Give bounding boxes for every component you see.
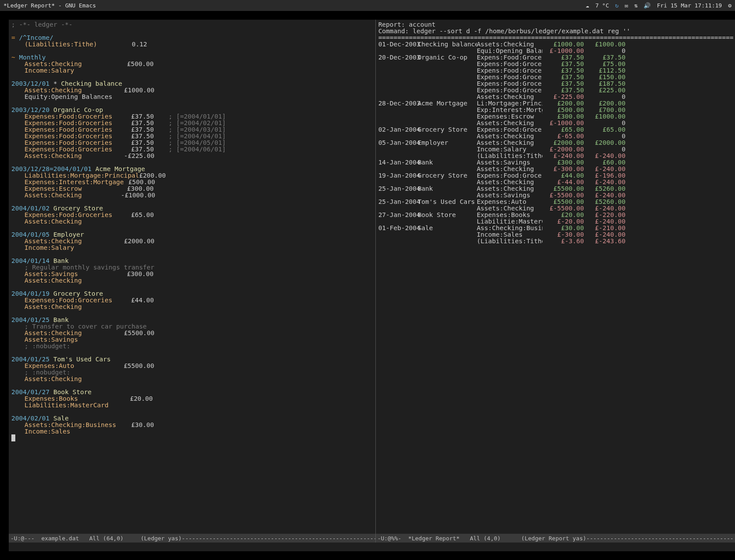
- reg-amount: £37.50: [542, 54, 584, 61]
- posting-line: Expenses:Interest:Mortgage£500.00: [11, 179, 373, 186]
- reg-amount: £-1000.00: [542, 120, 584, 126]
- transaction-payee: Sale: [53, 415, 69, 422]
- reg-account: Assets:Checking: [477, 166, 542, 172]
- posting-line: Assets:Checking: [11, 304, 373, 310]
- reg-account: (Liabilities:Tithe): [477, 238, 542, 245]
- posting-note: ; [=2004/04/01]: [154, 133, 226, 140]
- reg-balance: £5260.00: [584, 186, 626, 192]
- posting-account: Assets:Checking: [24, 61, 82, 67]
- ledger-source-buffer[interactable]: ; -*- ledger -*- = /^Income/(Liabilities…: [9, 20, 375, 534]
- reg-date: 25-Jan-2004: [378, 186, 418, 192]
- reg-balance: £-240.00: [584, 192, 626, 199]
- reg-payee: Checking balance: [418, 41, 477, 48]
- modeline-right: -U:@%%- *Ledger Report* All (4,0) (Ledge…: [375, 534, 735, 542]
- reg-date: 01-Feb-2004: [378, 225, 418, 231]
- posting-line: Equity:Opening Balances: [11, 94, 373, 100]
- reg-date: [378, 205, 418, 212]
- reg-balance: £225.00: [584, 87, 626, 94]
- reg-date: [378, 67, 418, 74]
- minibuffer[interactable]: [9, 542, 735, 551]
- system-tray: ☁ 7 °C ↻ ✉ ⇅ 🔊 Fri 15 Mar 17:11:19 ⚙: [586, 2, 732, 9]
- transaction-header: 2003/12/28=2004/01/01 Acme Mortgage: [11, 166, 373, 172]
- reg-date: [378, 218, 418, 225]
- reg-amount: £-5500.00: [542, 205, 584, 212]
- transaction-date: 2004/01/19: [11, 290, 49, 297]
- reg-amount: £-240.00: [542, 153, 584, 159]
- register-row: Assets:Checking£-65.000: [378, 133, 735, 140]
- register-row: Expens:Food:Groceries£37.50£225.00: [378, 87, 735, 94]
- reg-amount: £65.00: [542, 126, 584, 133]
- posting-amount: £300.00: [127, 186, 154, 192]
- reg-date: [378, 74, 418, 80]
- reg-payee: [418, 120, 477, 126]
- posting-amount: £37.50: [131, 126, 154, 133]
- reg-payee: Grocery Store: [418, 126, 477, 133]
- reg-balance: £65.00: [584, 126, 626, 133]
- reg-amount: £-30.00: [542, 231, 584, 238]
- comment-line: ; :nobudget:: [11, 343, 373, 350]
- posting-amount: £500.00: [128, 179, 155, 186]
- report-command: Command: ledger --sort d -f /home/borbus…: [378, 28, 735, 35]
- reg-date: 01-Dec-2003: [378, 41, 418, 48]
- reg-balance: £-240.00: [584, 166, 626, 172]
- posting-account: Expenses:Food:Groceries: [24, 212, 112, 218]
- reg-payee: Organic Co-op: [418, 54, 477, 61]
- reg-balance: £-210.00: [584, 225, 626, 231]
- settings-icon[interactable]: ⚙: [728, 2, 732, 9]
- reg-payee: [418, 218, 477, 225]
- mail-icon[interactable]: ✉: [625, 2, 628, 9]
- posting-note: ; [=2004/01/01]: [154, 113, 226, 120]
- reg-account: Expenses:Escrow: [477, 113, 542, 120]
- reg-payee: [418, 146, 477, 153]
- network-icon[interactable]: ⇅: [634, 2, 638, 9]
- transaction-date: 2004/01/05: [11, 231, 49, 238]
- register-row: Expens:Food:Groceries£37.50£75.00: [378, 61, 735, 67]
- reg-account: Expens:Food:Groceries: [477, 61, 542, 67]
- transaction-date: 2004/01/14: [11, 257, 49, 264]
- reg-payee: Bank: [418, 186, 477, 192]
- workspace: ; -*- ledger -*- = /^Income/(Liabilities…: [0, 11, 735, 560]
- transaction-header: 2003/12/20 Organic Co-op: [11, 107, 373, 113]
- reg-balance: 0: [584, 146, 626, 153]
- posting-line: Income:Sales: [11, 428, 373, 435]
- posting-line: Expenses:Food:Groceries£37.50 ; [=2004/0…: [11, 140, 373, 146]
- reg-balance: £700.00: [584, 107, 626, 113]
- blank-line: [11, 310, 373, 317]
- posting-line: Liabilities:MasterCard: [11, 402, 373, 409]
- transaction-date: 2004/01/27: [11, 388, 49, 396]
- reg-balance: £112.50: [584, 67, 626, 74]
- reg-account: Income:Salary: [477, 146, 542, 153]
- report-rule: ========================================…: [378, 35, 735, 41]
- reg-balance: £1000.00: [584, 41, 626, 48]
- reg-amount: £37.50: [542, 61, 584, 67]
- posting-account: Assets:Checking: [24, 87, 82, 94]
- refresh-icon[interactable]: ↻: [615, 2, 619, 9]
- reg-payee: [418, 153, 477, 159]
- volume-icon[interactable]: 🔊: [644, 2, 651, 9]
- posting-account: Expenses:Food:Groceries: [24, 126, 112, 133]
- reg-payee: Acme Mortgage: [418, 100, 477, 107]
- reg-payee: [418, 113, 477, 120]
- reg-account: Assets:Checking: [477, 179, 542, 186]
- posting-amount: £37.50: [131, 146, 154, 153]
- reg-date: 28-Dec-2003: [378, 100, 418, 107]
- register-row: Expens:Food:Groceries£37.50£150.00: [378, 74, 735, 80]
- reg-date: [378, 80, 418, 87]
- posting-line: Assets:Savings£300.00: [11, 271, 373, 277]
- register-row: Assets:Checking£-1000.000: [378, 120, 735, 126]
- reg-payee: [418, 238, 477, 245]
- reg-payee: [418, 192, 477, 199]
- transaction-date: 2003/12/01: [11, 80, 49, 87]
- reg-date: 20-Dec-2003: [378, 54, 418, 61]
- report-title: Report: account: [378, 21, 735, 28]
- reg-account: Expens:Food:Groceries: [477, 67, 542, 74]
- register-row: 01-Dec-2003Checking balanceAssets:Checki…: [378, 41, 735, 48]
- reg-amount: £1000.00: [542, 41, 584, 48]
- posting-line: Assets:Checking-£1000.00: [11, 192, 373, 199]
- ledger-report-buffer[interactable]: Report: accountCommand: ledger --sort d …: [375, 20, 735, 534]
- reg-balance: £150.00: [584, 74, 626, 80]
- posting-account: Assets:Checking: [24, 218, 82, 225]
- posting-line: Expenses:Auto£5500.00: [11, 363, 373, 369]
- transaction-date: 2003/12/20: [11, 106, 49, 113]
- reg-account: Income:Sales: [477, 231, 542, 238]
